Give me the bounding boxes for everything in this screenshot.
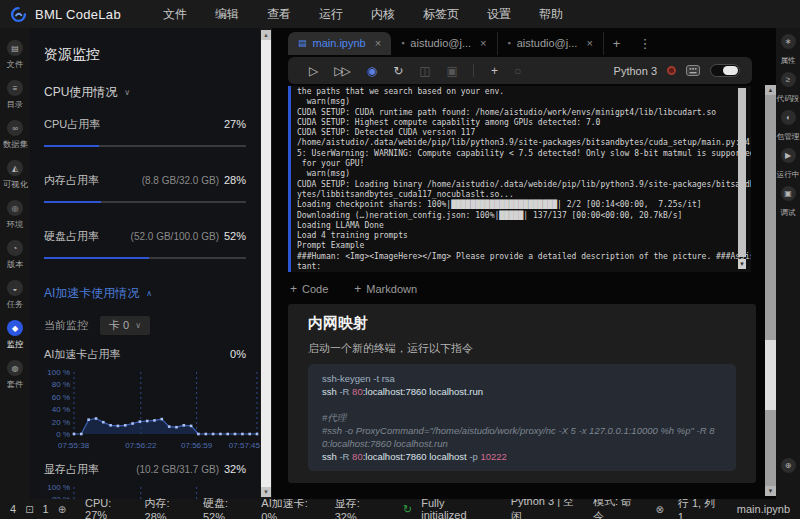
toolbar-divider	[473, 64, 474, 77]
tab-aistudio-j---[interactable]: ▪aistudio@j...×	[498, 32, 604, 55]
editor-scrollbar[interactable]: ▲ ▼	[765, 85, 776, 496]
add-code-button[interactable]: + Code	[290, 282, 328, 296]
panel-scrollbar[interactable]: ▲ ▼	[260, 28, 272, 499]
settings-gear-icon[interactable]: ∗	[781, 34, 796, 49]
sidebar-item-suites[interactable]: ◍套件	[6, 360, 24, 391]
kernel-name[interactable]: Python 3	[614, 65, 657, 77]
toggle-knob	[723, 66, 738, 75]
close-icon[interactable]: ×	[583, 37, 592, 49]
folder-icon: ▤	[7, 40, 23, 56]
monitor-label: 当前监控	[44, 318, 88, 333]
properties-icon[interactable]: ≥	[781, 72, 796, 87]
chevron-down-icon: ∨	[124, 88, 130, 97]
sidebar-item-tasks[interactable]: ◒任务	[6, 280, 24, 311]
clear-output-button[interactable]: ○	[505, 64, 528, 78]
code-line: ssh-keygen -t rsa	[322, 372, 722, 385]
card-select[interactable]: 卡 0 ∨	[100, 316, 150, 335]
svg-text:40 %: 40 %	[52, 405, 70, 414]
circle-x-icon[interactable]: ⊗	[655, 504, 663, 515]
console-line: ytes/libbitsandbytes_cuda117_nocublaslt.…	[297, 190, 751, 200]
sidebar-item-versions[interactable]: ◔版本	[6, 240, 24, 271]
menubar: BML CodeLab 文件编辑查看运行内核标签页设置帮助	[0, 0, 800, 28]
sidebar-item-label: 数据集	[3, 139, 28, 151]
console-line: Prompt Example	[297, 241, 751, 251]
init-status: Fully initialized	[421, 497, 491, 519]
menu-item-7[interactable]: 帮助	[539, 6, 563, 23]
new-tab-button[interactable]: +	[604, 32, 630, 55]
menu-item-4[interactable]: 内核	[371, 6, 395, 23]
cursor-position[interactable]: 行 1, 列 1	[678, 496, 723, 519]
ai-section-toggle[interactable]: AI加速卡使用情况 ∧	[44, 285, 246, 302]
tab-main-ipynb[interactable]: ▤main.ipynb×	[288, 32, 391, 55]
svg-text:60 %: 60 %	[52, 393, 70, 402]
running-icon[interactable]: ▶	[781, 148, 796, 163]
snippets-icon[interactable]: ◖	[781, 110, 796, 125]
tab-aistudio-j---[interactable]: ▪aistudio@j...×	[391, 32, 497, 55]
restart-kernel-button[interactable]: ↻	[384, 64, 410, 78]
scroll-up-icon[interactable]: ▲	[765, 85, 776, 95]
kernel-circle-icon[interactable]: ⊕	[58, 504, 66, 515]
monitor-icon: ◆	[7, 320, 23, 336]
gauge-2: 硬盘占用率(52.0 GB/100.0 GB)52%	[44, 229, 246, 259]
gauge-value: 27%	[224, 118, 246, 130]
menu-item-1[interactable]: 编辑	[215, 6, 239, 23]
add-cell-button[interactable]: +	[482, 64, 505, 78]
gauge-label: CPU占用率	[44, 117, 100, 132]
sidebar-item-files[interactable]: ▤文件	[6, 40, 24, 71]
menu-item-2[interactable]: 查看	[267, 6, 291, 23]
bml-codelab-window: BML CodeLab 文件编辑查看运行内核标签页设置帮助 ▤文件≡目录∞数据集…	[0, 0, 800, 519]
add-markdown-button[interactable]: + Markdown	[354, 282, 417, 296]
scroll-down-icon[interactable]: ▼	[738, 259, 746, 269]
menu-item-0[interactable]: 文件	[163, 6, 187, 23]
panel-scrollbar-thumb[interactable]	[261, 40, 271, 487]
tab-more-button[interactable]: ⋮	[629, 32, 660, 55]
interrupt-button[interactable]: ◫	[410, 64, 437, 78]
menu-item-5[interactable]: 标签页	[423, 6, 459, 23]
simple-mode-toggle[interactable]	[710, 64, 740, 77]
left-activity-bar: ▤文件≡目录∞数据集◭可视化◎环境◔版本◒任务◆监控◍套件	[0, 28, 30, 499]
cpu-section-toggle[interactable]: CPU使用情况 ∨	[44, 84, 246, 101]
sidebar-item-monitor[interactable]: ◆监控	[6, 320, 24, 351]
restart-run-button[interactable]: ◉	[358, 64, 384, 78]
close-icon[interactable]: ×	[372, 37, 381, 49]
keyboard-icon[interactable]	[686, 65, 700, 76]
output-scrollbar[interactable]: ▼	[738, 88, 746, 269]
output-scrollbar-thumb[interactable]	[738, 88, 746, 257]
sidebar-item-environment[interactable]: ◎环境	[6, 200, 24, 231]
svg-text:100 %: 100 %	[47, 368, 70, 377]
sidebar-item-label: 文件	[7, 59, 24, 71]
search-icon[interactable]: ⊕	[781, 458, 796, 473]
resource-monitor-panel: 资源监控 CPU使用情况 ∨ CPU占用率27%内存占用率(8.8 GB/32.…	[30, 28, 260, 499]
terminal-icon: ▪	[401, 38, 404, 48]
menu-list: 文件编辑查看运行内核标签页设置帮助	[163, 6, 563, 23]
scroll-down-icon[interactable]: ▼	[765, 486, 776, 496]
terminal-box-icon[interactable]: ⊡	[25, 504, 33, 515]
scroll-down-icon[interactable]: ▼	[260, 487, 272, 497]
run-cell-button[interactable]: ▷	[300, 64, 325, 78]
run-all-button[interactable]: ▷▷	[325, 64, 357, 78]
plus-icon: +	[290, 282, 297, 296]
sidebar-item-label: 监控	[7, 339, 24, 351]
sidebar-item-datasets[interactable]: ∞数据集	[2, 120, 29, 151]
vram-gauge-header: 显存占用率 (10.2 GB/31.7 GB) 32%	[44, 462, 246, 477]
save-button[interactable]: ▣	[438, 64, 465, 78]
console-line: Loading LLAMA Done	[297, 221, 751, 231]
cell-output[interactable]: the paths that we search based on your e…	[288, 86, 751, 272]
gauge-bar	[44, 145, 246, 147]
menu-item-3[interactable]: 运行	[319, 6, 343, 23]
sidebar-item-visualization[interactable]: ◭可视化	[2, 160, 29, 191]
menu-item-6[interactable]: 设置	[487, 6, 511, 23]
console-line: CUDA SETUP: Detected CUDA version 117	[297, 128, 751, 138]
console-line: CUDA SETUP: Highest compute capability a…	[297, 118, 751, 128]
gauge-header: CPU占用率27%	[44, 117, 246, 132]
editor-scrollbar-thumb[interactable]	[765, 340, 776, 410]
suite-icon: ◍	[7, 360, 23, 376]
markdown-cell[interactable]: 内网映射 启动一个新的终端，运行以下指令 ssh-keygen -t rsass…	[288, 304, 756, 483]
debug-icon[interactable]: ▣	[781, 186, 796, 201]
close-icon[interactable]: ×	[477, 37, 486, 49]
terminals-count-value: 4	[10, 503, 16, 515]
sidebar-item-outline[interactable]: ≡目录	[6, 80, 24, 111]
tab-label: main.ipynb	[313, 37, 366, 49]
scroll-up-icon[interactable]: ▲	[260, 30, 272, 40]
add-cell-row: + Code + Markdown	[290, 282, 776, 296]
